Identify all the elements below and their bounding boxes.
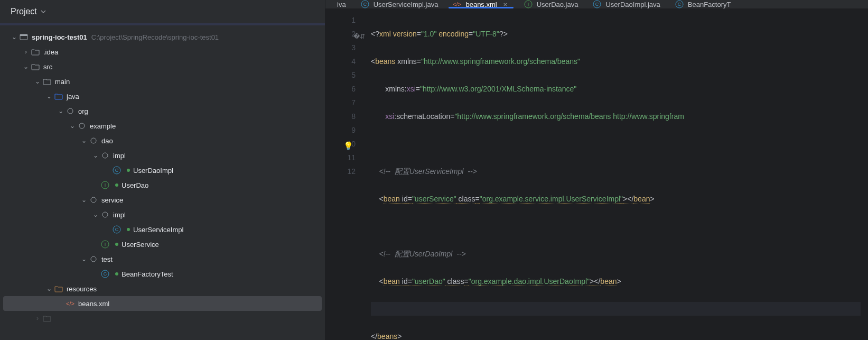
svg-text:C: C — [678, 2, 682, 7]
tree-row-userservice[interactable]: · I UserService — [3, 237, 322, 252]
close-icon[interactable]: × — [501, 1, 509, 8]
tree-label: spring-ioc-test01 — [32, 33, 87, 41]
tree-row-beanfactorytest[interactable]: · C BeanFactoryTest — [3, 267, 322, 281]
svg-point-2 — [68, 108, 73, 114]
vcs-status-icon — [115, 183, 118, 187]
package-icon — [89, 255, 98, 263]
code-editor[interactable]: 1 2�⇵ 3 4 5 6 7 8 9 10💡 11 12 <?xml vers… — [325, 9, 868, 340]
vcs-status-icon — [127, 228, 130, 231]
package-icon — [66, 107, 75, 115]
tree-label: resources — [67, 285, 97, 293]
chevron-down-icon[interactable]: ⌄ — [45, 285, 53, 292]
tree-row-src[interactable]: ⌄ src — [3, 59, 322, 74]
chevron-down-icon[interactable]: ⌄ — [45, 93, 53, 100]
svg-text:I: I — [527, 2, 529, 7]
project-sidebar: Project ⌄ spring-ioc-test01 C:\project\S… — [0, 0, 325, 340]
tree-row-userdao[interactable]: · I UserDao — [3, 178, 322, 192]
package-icon — [100, 210, 110, 219]
svg-text:C: C — [115, 168, 119, 173]
chevron-down-icon[interactable]: ⌄ — [92, 211, 99, 218]
tree-row-idea[interactable]: › .idea — [3, 44, 322, 59]
class-icon: C — [675, 0, 684, 8]
tree-label: UserDao — [122, 181, 148, 189]
svg-point-3 — [79, 123, 85, 128]
chevron-down-icon[interactable]: ⌄ — [69, 122, 76, 130]
svg-rect-1 — [20, 34, 27, 36]
class-icon: C — [593, 0, 601, 8]
class-icon: C — [100, 270, 110, 278]
line-gutter: 1 2�⇵ 3 4 5 6 7 8 9 10💡 11 12 — [325, 9, 363, 340]
module-icon — [19, 33, 29, 41]
tree-row-beansxml[interactable]: · </> beans.xml — [3, 296, 322, 311]
tab-label: UserDao.java — [537, 1, 578, 8]
svg-text:</>: </> — [453, 1, 462, 7]
tab-beanfactorytest[interactable]: C BeanFactoryT — [668, 0, 739, 8]
tree-label: main — [55, 78, 70, 86]
tree-row-dao[interactable]: ⌄ dao — [3, 133, 322, 148]
tree-row-userserviceimpl[interactable]: · C UserServiceImpl — [3, 222, 322, 237]
code-content[interactable]: <?xml version="1.0" encoding="UTF-8"?> <… — [363, 9, 868, 340]
tree-label: java — [67, 93, 79, 100]
chevron-down-icon[interactable]: ⌄ — [92, 152, 99, 159]
interface-icon: I — [100, 240, 110, 249]
tree-row-main[interactable]: ⌄ main — [3, 74, 322, 89]
tree-label: service — [101, 196, 123, 204]
tree-row-test[interactable]: ⌄ test — [3, 252, 322, 267]
tab-label: beans.xml — [465, 1, 497, 8]
project-tree[interactable]: ⌄ spring-ioc-test01 C:\project\SpringRec… — [0, 25, 325, 340]
folder-icon — [42, 77, 52, 86]
tree-row-resources[interactable]: ⌄ resources — [3, 281, 322, 296]
tree-row-java[interactable]: ⌄ java — [3, 89, 322, 104]
tree-label: beans.xml — [78, 300, 109, 308]
svg-point-16 — [91, 256, 96, 262]
editor-tabs: iva C UserServiceImpl.java </> beans.xml… — [325, 0, 868, 9]
chevron-down-icon[interactable]: ⌄ — [80, 255, 88, 263]
chevron-down-icon[interactable]: ⌄ — [57, 107, 64, 115]
chevron-down-icon[interactable]: ⌄ — [34, 78, 41, 85]
chevron-right-icon[interactable]: › — [22, 48, 30, 56]
tree-label: .idea — [43, 48, 58, 56]
tree-row-example[interactable]: ⌄ example — [3, 118, 322, 133]
tree-label: UserService — [122, 241, 159, 249]
svg-point-5 — [102, 153, 108, 158]
svg-text:C: C — [363, 2, 367, 7]
source-folder-icon — [54, 92, 63, 100]
class-icon: C — [112, 166, 122, 174]
tree-label: dao — [101, 137, 113, 145]
project-toolwindow-header[interactable]: Project — [0, 0, 325, 25]
editor-area: iva C UserServiceImpl.java </> beans.xml… — [325, 0, 868, 340]
xml-file-icon: </> — [66, 299, 75, 308]
chevron-down-icon[interactable]: ⌄ — [80, 196, 88, 204]
tree-row-userdaoimpl[interactable]: · C UserDaoImpl — [3, 163, 322, 178]
chevron-down-icon — [40, 8, 46, 15]
chevron-down-icon[interactable]: ⌄ — [22, 63, 30, 70]
tab-truncated[interactable]: iva — [330, 0, 353, 8]
tree-label: UserServiceImpl — [133, 226, 183, 234]
tree-label: example — [90, 122, 116, 130]
tab-beansxml[interactable]: </> beans.xml × — [445, 0, 516, 8]
tree-row-dao-impl[interactable]: ⌄ impl — [3, 148, 322, 163]
tab-label: BeanFactoryT — [688, 1, 731, 8]
chevron-down-icon[interactable]: ⌄ — [80, 137, 88, 144]
tree-label: impl — [113, 211, 126, 219]
tree-label: test — [101, 255, 113, 263]
svg-text:C: C — [595, 2, 599, 7]
tree-row-root[interactable]: ⌄ spring-ioc-test01 C:\project\SpringRec… — [3, 30, 322, 44]
chevron-down-icon[interactable]: ⌄ — [11, 33, 18, 41]
tab-userserviceimpl[interactable]: C UserServiceImpl.java — [353, 0, 446, 8]
svg-text:I: I — [105, 182, 106, 188]
package-icon — [89, 136, 98, 145]
resources-folder-icon — [54, 284, 63, 293]
tree-row-service[interactable]: ⌄ service — [3, 192, 322, 207]
interface-icon: I — [100, 181, 110, 189]
tree-row-truncated[interactable]: › — [3, 311, 322, 326]
tree-row-org[interactable]: ⌄ org — [3, 104, 322, 118]
interface-icon: I — [524, 0, 533, 8]
tab-userdaoimpl[interactable]: C UserDaoImpl.java — [585, 0, 667, 8]
tree-label: BeanFactoryTest — [122, 270, 173, 278]
folder-icon — [31, 48, 40, 56]
tab-userdao[interactable]: I UserDao.java — [517, 0, 586, 8]
chevron-right-icon[interactable]: › — [34, 315, 41, 322]
tree-row-service-impl[interactable]: ⌄ impl — [3, 207, 322, 222]
svg-text:</>: </> — [66, 300, 74, 307]
